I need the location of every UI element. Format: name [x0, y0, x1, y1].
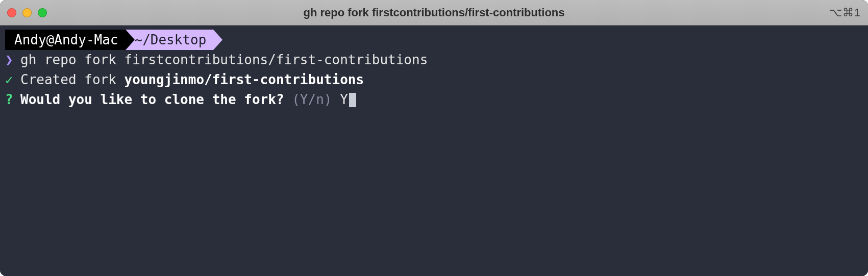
window-title: gh repo fork firstcontributions/first-co…: [0, 6, 868, 19]
question-hint: (Y/n): [292, 90, 332, 110]
close-icon[interactable]: [7, 8, 16, 17]
question-answer[interactable]: Y: [340, 90, 348, 110]
terminal-window: gh repo fork firstcontributions/first-co…: [0, 0, 868, 276]
prompt-cwd-text: ~/Desktop: [135, 30, 207, 50]
prompt-caret-icon: ❯: [5, 50, 20, 70]
prompt-cwd: ~/Desktop: [126, 30, 214, 50]
terminal-body[interactable]: Andy@Andy-Mac ~/Desktop ❯ gh repo fork f…: [0, 26, 868, 276]
command-text: gh repo fork firstcontributions/first-co…: [20, 50, 428, 70]
zoom-icon[interactable]: [38, 8, 47, 17]
powerline-arrow-icon: [213, 30, 222, 50]
created-prefix: Created fork: [20, 70, 125, 90]
output-created-line: ✓ Created fork youngjinmo/first-contribu…: [0, 70, 868, 90]
cursor-icon: [349, 93, 356, 107]
minimize-icon[interactable]: [22, 8, 32, 17]
traffic-lights: [7, 8, 47, 17]
prompt-question-line: ? Would you like to clone the fork? (Y/n…: [0, 90, 868, 110]
prompt-user-host-text: Andy@Andy-Mac: [14, 30, 118, 50]
prompt-user-host: Andy@Andy-Mac: [5, 30, 126, 50]
question-icon: ?: [5, 90, 20, 110]
prompt-line: Andy@Andy-Mac ~/Desktop: [0, 30, 868, 50]
check-icon: ✓: [5, 70, 20, 90]
created-fork-name: youngjinmo/first-contributions: [125, 70, 364, 90]
titlebar: gh repo fork firstcontributions/first-co…: [0, 0, 868, 26]
powerline-arrow-icon: [126, 30, 135, 50]
command-line: ❯ gh repo fork firstcontributions/first-…: [0, 50, 868, 70]
question-text: Would you like to clone the fork?: [20, 90, 284, 110]
window-shortcut-indicator: ⌥⌘1: [829, 6, 861, 19]
